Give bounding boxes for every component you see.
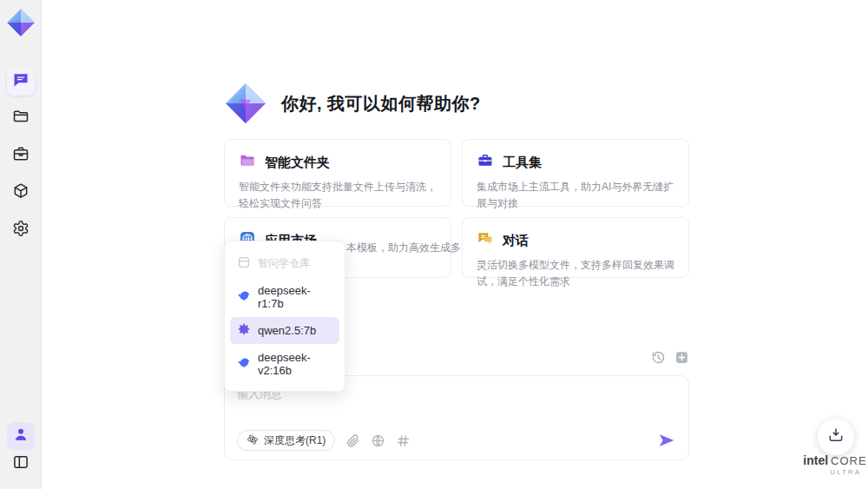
sidebar-item-models[interactable] bbox=[7, 179, 35, 207]
globe-icon[interactable] bbox=[371, 433, 385, 448]
intel-wordmark: intel bbox=[803, 453, 828, 467]
sidebar-item-account[interactable] bbox=[7, 422, 35, 450]
card-smart-folder[interactable]: 智能文件夹 智能文件夹功能支持批量文件上传与清洗，轻松实现文件问答 bbox=[224, 139, 451, 207]
briefcase-icon bbox=[12, 145, 30, 166]
download-button[interactable] bbox=[818, 419, 854, 455]
card-title: 智能文件夹 bbox=[265, 155, 330, 171]
model-option-qwen[interactable]: qwen2.5:7b bbox=[230, 317, 339, 344]
download-icon bbox=[827, 426, 845, 447]
sidebar-item-settings[interactable] bbox=[7, 216, 35, 244]
app-logo-icon bbox=[5, 7, 36, 38]
app-window: 你好, 我可以如何帮助你? 智能文件夹 智能文件夹功能支持批量文件上传与清洗，轻… bbox=[0, 0, 868, 489]
history-icon[interactable] bbox=[651, 350, 666, 365]
gear-icon bbox=[12, 220, 30, 241]
card-toolset[interactable]: 工具集 集成市场上主流工具，助力AI与外界无缝扩展与对接 bbox=[462, 139, 689, 207]
model-option-label: deepseek-r1:7b bbox=[258, 284, 332, 310]
core-wordmark: core bbox=[831, 454, 867, 467]
attachment-icon[interactable] bbox=[345, 433, 360, 448]
card-description: 智能文件夹功能支持批量文件上传与清洗，轻松实现文件问答 bbox=[239, 179, 437, 211]
model-dropdown-header-label: 智问学仓库 bbox=[258, 256, 310, 271]
model-option-label: deepseek-v2:16b bbox=[258, 351, 332, 377]
deepseek-logo-icon bbox=[237, 289, 251, 306]
user-icon bbox=[12, 426, 30, 446]
sidebar-item-folders[interactable] bbox=[7, 104, 35, 132]
new-chat-icon[interactable] bbox=[674, 350, 689, 365]
cube-icon bbox=[12, 182, 30, 203]
card-title: 工具集 bbox=[503, 155, 542, 171]
message-input[interactable] bbox=[237, 387, 676, 421]
card-description-partial: 本模板，助力高效生成多 bbox=[346, 241, 461, 255]
deep-think-label: 深度思考(R1) bbox=[264, 433, 326, 448]
model-dropdown: 智问学仓库 deepseek-r1:7b qwen2.5:7b deepseek… bbox=[224, 241, 345, 392]
sidebar-item-chat[interactable] bbox=[7, 68, 35, 96]
model-dropdown-header: 智问学仓库 bbox=[230, 250, 339, 277]
sidebar-item-panel-toggle[interactable] bbox=[7, 450, 35, 478]
composer-toolbar: 深度思考(R1) bbox=[237, 430, 676, 451]
sidebar bbox=[0, 0, 42, 489]
sidebar-item-toolbox[interactable] bbox=[7, 142, 35, 169]
repository-icon bbox=[237, 255, 251, 272]
assistant-logo-icon bbox=[224, 82, 267, 125]
page-title: 你好, 我可以如何帮助你? bbox=[281, 92, 481, 116]
intel-core-logo: intel core ultra bbox=[806, 453, 865, 476]
smart-folder-icon bbox=[239, 152, 256, 173]
ultra-wordmark: ultra bbox=[806, 468, 865, 476]
qwen-logo-icon bbox=[237, 322, 251, 339]
deep-think-toggle[interactable]: 深度思考(R1) bbox=[237, 430, 335, 451]
toolset-icon bbox=[477, 152, 494, 173]
grid-icon[interactable] bbox=[396, 433, 411, 448]
model-option-deepseek-v2[interactable]: deepseek-v2:16b bbox=[230, 346, 339, 382]
model-option-deepseek-r1[interactable]: deepseek-r1:7b bbox=[230, 279, 339, 315]
chat-bubble-icon bbox=[12, 71, 30, 92]
send-icon[interactable] bbox=[657, 431, 676, 450]
card-description: 集成市场上主流工具，助力AI与外界无缝扩展与对接 bbox=[477, 179, 674, 211]
greeting-header: 你好, 我可以如何帮助你? bbox=[224, 82, 481, 125]
panel-icon bbox=[12, 453, 30, 474]
atom-icon bbox=[247, 433, 259, 448]
card-title: 对话 bbox=[503, 233, 529, 249]
model-option-label: qwen2.5:7b bbox=[258, 324, 316, 337]
card-description: 灵活切换多模型文件，支持多样回复效果调试，满足个性化需求 bbox=[477, 257, 674, 289]
card-dialog[interactable]: 对话 灵活切换多模型文件，支持多样回复效果调试，满足个性化需求 bbox=[462, 217, 689, 278]
folder-icon bbox=[12, 108, 30, 129]
deepseek-logo-icon bbox=[237, 356, 251, 373]
dialog-icon bbox=[477, 230, 494, 251]
